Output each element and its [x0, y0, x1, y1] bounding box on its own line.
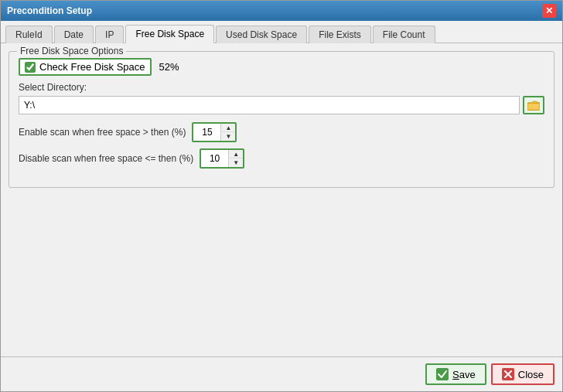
checkbox-input[interactable]	[25, 62, 36, 73]
enable-scan-down-button[interactable]: ▼	[221, 132, 235, 141]
select-directory-label: Select Directory:	[19, 82, 544, 93]
tab-file-exists[interactable]: File Exists	[309, 26, 371, 43]
tab-used-disk-space[interactable]: Used Disk Space	[216, 26, 307, 43]
main-content: Free Disk Space Options Check Free Disk …	[1, 43, 562, 356]
tab-ruleid[interactable]: RuleId	[5, 26, 53, 43]
main-window: Precondition Setup ✕ RuleId Date IP Free…	[0, 0, 563, 392]
enable-scan-label: Enable scan when free space > then (%)	[19, 127, 186, 138]
disable-scan-row: Disable scan when free space <= then (%)…	[19, 148, 544, 169]
tab-bar: RuleId Date IP Free Disk Space Used Disk…	[1, 21, 562, 43]
directory-row	[19, 96, 544, 114]
save-button[interactable]: Save	[425, 363, 486, 385]
browse-directory-button[interactable]	[523, 96, 544, 114]
directory-input[interactable]	[19, 96, 520, 114]
title-bar: Precondition Setup ✕	[1, 1, 562, 21]
close-button[interactable]: Close	[491, 363, 554, 385]
disable-scan-spinner-buttons: ▲ ▼	[229, 150, 243, 167]
close-x-icon	[502, 368, 514, 380]
disable-scan-label: Disable scan when free space <= then (%)	[19, 153, 193, 164]
disable-scan-down-button[interactable]: ▼	[229, 159, 243, 167]
tab-ip[interactable]: IP	[95, 26, 124, 43]
enable-scan-up-button[interactable]: ▲	[221, 124, 235, 132]
close-label: Close	[518, 369, 544, 380]
check-free-disk-space-checkbox[interactable]: Check Free Disk Space	[19, 58, 152, 76]
x-icon	[504, 370, 512, 378]
svg-rect-1	[527, 104, 540, 111]
save-label: Save	[452, 369, 476, 380]
tab-free-disk-space[interactable]: Free Disk Space	[125, 25, 214, 43]
tab-date[interactable]: Date	[54, 26, 94, 43]
disable-scan-spinner: ▲ ▼	[200, 148, 244, 169]
enable-scan-input[interactable]	[193, 124, 221, 141]
percentage-display: 52%	[159, 61, 179, 73]
free-disk-space-group: Free Disk Space Options Check Free Disk …	[9, 51, 554, 188]
title-close-button[interactable]: ✕	[542, 4, 556, 18]
disable-scan-up-button[interactable]: ▲	[229, 150, 243, 159]
enable-scan-row: Enable scan when free space > then (%) ▲…	[19, 122, 544, 142]
tab-file-count[interactable]: File Count	[373, 26, 435, 43]
checkmark-icon	[438, 370, 447, 379]
checkbox-label: Check Free Disk Space	[39, 61, 145, 73]
window-title: Precondition Setup	[7, 5, 92, 16]
folder-icon	[527, 100, 540, 111]
footer: Save Close	[1, 356, 562, 391]
checkbox-row: Check Free Disk Space 52%	[19, 58, 544, 76]
enable-scan-spinner-buttons: ▲ ▼	[221, 124, 235, 141]
group-label: Free Disk Space Options	[17, 46, 126, 56]
enable-scan-spinner: ▲ ▼	[192, 122, 237, 142]
save-icon	[436, 368, 449, 380]
disable-scan-input[interactable]	[201, 150, 229, 167]
